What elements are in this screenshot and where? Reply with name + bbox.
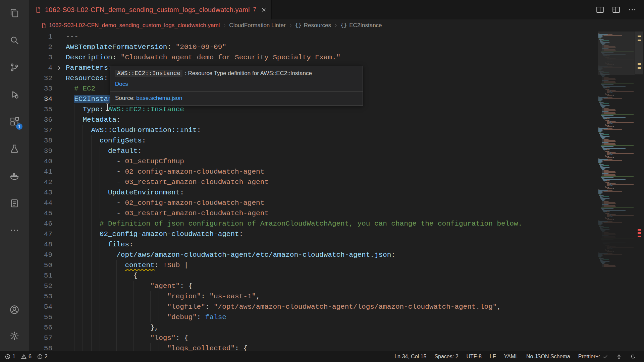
line-number: 54 [29, 302, 52, 312]
code-line-53[interactable]: 53"region": "us-east-1", [29, 291, 598, 302]
object-symbol-icon: {} [295, 22, 302, 28]
line-number: 52 [29, 281, 52, 291]
close-tab-icon[interactable] [261, 7, 267, 13]
code-line-36[interactable]: 36Metadata: [29, 115, 598, 125]
breadcrumb-item-resources[interactable]: Resources [304, 22, 331, 29]
code-line-55[interactable]: 55"debug": false [29, 312, 598, 322]
fold-gutter [52, 219, 66, 229]
status-accessibility[interactable] [612, 354, 626, 360]
breadcrumb-file-icon [41, 23, 47, 28]
activity-item-settings[interactable] [9, 330, 20, 342]
code-line-35[interactable]: 35Type: AWS::EC2::Instance [29, 104, 598, 115]
breadcrumb-item-ec2instance[interactable]: EC2Instance [349, 22, 382, 29]
info-icon [37, 354, 43, 360]
code-line-49[interactable]: 49/opt/aws/amazon-cloudwatch-agent/etc/a… [29, 250, 598, 260]
editor[interactable]: 1---2AWSTemplateFormatVersion: "2010-09-… [29, 32, 644, 351]
indent-guides [66, 343, 167, 351]
code-line-37[interactable]: 37AWS::CloudFormation::Init: [29, 125, 598, 135]
code-line-52[interactable]: 52"agent": { [29, 281, 598, 291]
code-line-50[interactable]: 50content: !Sub | [29, 260, 598, 270]
breadcrumb-item-cloudformation-linter[interactable]: CloudFormation Linter [229, 22, 285, 29]
line-number: 40 [29, 156, 52, 167]
docs-link[interactable]: Docs [115, 81, 128, 87]
status-json-schema-label: No JSON Schema [526, 354, 570, 360]
split-editor-icon[interactable] [596, 5, 604, 14]
activity-item-more[interactable] [9, 225, 20, 236]
minimap[interactable] [598, 32, 635, 351]
activity-item-search[interactable] [9, 35, 20, 46]
line-number: 57 [29, 333, 52, 343]
indent-guides [66, 281, 150, 291]
code-line-40[interactable]: 40- 01_setupCfnHup [29, 156, 598, 167]
tab-active[interactable]: 1062-S03-L02-CFN_demo_sending_custom_log… [29, 0, 272, 19]
status-cursor-position-label: Ln 34, Col 15 [394, 354, 426, 360]
line-number: 36 [29, 115, 52, 125]
status-encoding[interactable]: UTF-8 [463, 354, 485, 360]
activity-item-explorer[interactable] [9, 7, 20, 19]
activity-item-docker[interactable] [9, 170, 20, 182]
code-line-1[interactable]: 1--- [29, 32, 598, 42]
code-line-48[interactable]: 48files: [29, 239, 598, 250]
problems-error[interactable]: 1 [5, 354, 15, 360]
indent-guides [66, 187, 108, 198]
problems-warning[interactable]: 6 [21, 354, 32, 360]
check-icon [602, 354, 608, 360]
line-number: 49 [29, 250, 52, 260]
warning-count: 6 [29, 354, 32, 360]
status-eol[interactable]: LF [486, 354, 500, 360]
code-line-44[interactable]: 44- 02_config-amazon-cloudwatch-agent [29, 198, 598, 208]
status-notifications[interactable] [626, 354, 639, 360]
status-cursor-position[interactable]: Ln 34, Col 15 [391, 354, 430, 360]
activity-item-testing[interactable] [9, 143, 20, 155]
status-language-mode[interactable]: YAML [500, 354, 522, 360]
layout-icon[interactable] [612, 5, 621, 14]
code-line-2[interactable]: 2AWSTemplateFormatVersion: "2010-09-09" [29, 42, 598, 52]
indent-guides [66, 333, 150, 343]
code-line-3[interactable]: 3Description: "Cloudwatch agent demo for… [29, 52, 598, 63]
status-prettier-label: Prettier+: [578, 354, 600, 360]
more-actions-icon[interactable] [628, 5, 637, 14]
status-indentation[interactable]: Spaces: 2 [431, 354, 462, 360]
activity-item-source-control[interactable] [9, 62, 20, 73]
code-line-56[interactable]: 56}, [29, 322, 598, 333]
code-line-43[interactable]: 43UpdateEnvironment: [29, 187, 598, 198]
error-count: 1 [12, 354, 15, 360]
code-line-42[interactable]: 42- 03_restart_amazon-cloudwatch-agent [29, 177, 598, 187]
breadcrumb-chevron-icon [333, 23, 338, 28]
activity-item-extensions[interactable]: 1 [9, 116, 20, 127]
code-line-51[interactable]: 51{ [29, 270, 598, 281]
fold-gutter [52, 135, 66, 146]
status-json-schema[interactable]: No JSON Schema [523, 354, 574, 360]
mouse-ibeam-cursor [107, 104, 108, 111]
fold-gutter [52, 291, 66, 302]
indent-guides [66, 135, 100, 146]
indent-guides [66, 104, 83, 115]
activity-item-clipboard[interactable] [9, 197, 20, 209]
breadcrumb-filename[interactable]: 1062-S03-L02-CFN_demo_sending_custom_log… [49, 22, 220, 29]
scrollbar[interactable] [635, 32, 644, 351]
code-line-46[interactable]: 46# Definition of json configuration of … [29, 219, 598, 229]
code-line-41[interactable]: 41- 02_config-amazon-cloudwatch-agent [29, 167, 598, 177]
code-line-38[interactable]: 38configSets: [29, 135, 598, 146]
activity-item-account[interactable] [9, 304, 20, 315]
code-line-57[interactable]: 57"logs": { [29, 333, 598, 343]
line-number: 55 [29, 312, 52, 322]
line-number: 53 [29, 291, 52, 302]
indent-guides [66, 250, 116, 260]
code-line-45[interactable]: 45- 03_restart_amazon-cloudwatch-agent [29, 208, 598, 219]
line-number: 2 [29, 42, 52, 52]
activity-item-run-debug[interactable] [9, 89, 20, 100]
problems-info[interactable]: 2 [37, 354, 48, 360]
status-bar: 162 Ln 34, Col 15Spaces: 2UTF-8LFYAMLNo … [0, 351, 644, 362]
indent-guides [66, 312, 167, 322]
code-line-39[interactable]: 39default: [29, 146, 598, 156]
indent-guides [66, 229, 100, 239]
source-link[interactable]: base.schema.json [136, 95, 182, 101]
code-line-58[interactable]: 58"logs_collected": { [29, 343, 598, 351]
code-line-54[interactable]: 54"logfile": "/opt/aws/amazon-cloudwatch… [29, 302, 598, 312]
warning-icon [21, 354, 27, 360]
activity-bar: 1 [0, 0, 29, 351]
status-prettier[interactable]: Prettier+: [575, 354, 612, 360]
code-line-47[interactable]: 4702_config-amazon-cloudwatch-agent: [29, 229, 598, 239]
fold-chevron-icon[interactable] [52, 63, 66, 73]
